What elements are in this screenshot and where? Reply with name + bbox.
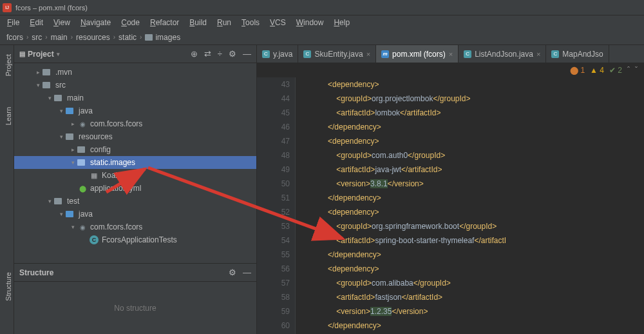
tree-node[interactable]: ▸.mvn — [14, 66, 256, 79]
close-icon[interactable]: × — [449, 50, 453, 58]
chevron-up-icon[interactable]: ˆ — [627, 66, 630, 75]
tree-node[interactable]: ▸config — [14, 143, 256, 156]
editor-status-bar: ⬤ 1 ▲ 4 ✔ 2 ˆ ˇ — [257, 63, 644, 77]
breadcrumb-item[interactable]: static — [118, 33, 137, 42]
window-title: fcors – pom.xml (fcors) — [15, 4, 88, 12]
tree-node[interactable]: ▦Koala.jpg — [14, 169, 256, 182]
code-content[interactable]: <dependency> <groupId>org.projectlombok<… — [296, 77, 644, 334]
menu-help[interactable]: Help — [329, 17, 354, 28]
tree-node[interactable]: ▾src — [14, 79, 256, 92]
warning-indicator[interactable]: ▲ 4 — [590, 66, 604, 75]
expand-all-icon[interactable]: ⇄ — [204, 49, 211, 59]
editor-tabs: Cy.javaCSkuEntity.java×mpom.xml (fcors)×… — [257, 45, 644, 63]
menu-window[interactable]: Window — [292, 17, 328, 28]
breadcrumb-item[interactable]: src — [32, 33, 42, 42]
menu-file[interactable]: File — [3, 17, 24, 28]
side-tab-project[interactable]: Project — [0, 52, 14, 79]
editor-tab[interactable]: CListAndJson.java× — [459, 45, 546, 63]
menu-code[interactable]: Code — [117, 17, 144, 28]
breadcrumb-item[interactable]: main — [51, 33, 68, 42]
project-panel-header: ▤Project▾ ⊕ ⇄ ÷ ⚙ — — [14, 45, 256, 63]
tree-node[interactable]: CFcorsApplicationTests — [14, 233, 256, 246]
hide-icon[interactable]: — — [243, 268, 251, 277]
editor-tab[interactable]: Cy.java — [257, 45, 298, 63]
scroll-to-icon[interactable]: ⊕ — [191, 49, 198, 59]
tree-node[interactable]: ▾test — [14, 195, 256, 208]
structure-panel: Structure ⚙ — No structure — [14, 263, 256, 334]
tool-window-tabs: Project Learn Structure — [0, 45, 14, 334]
breadcrumb-item[interactable]: fcors — [6, 33, 23, 42]
tree-node[interactable]: ▾resources — [14, 130, 256, 143]
menubar: FileEditViewNavigateCodeRefactorBuildRun… — [0, 15, 644, 30]
breadcrumb-item[interactable]: images — [145, 33, 180, 42]
tree-node[interactable]: ▸◉com.fcors.fcors — [14, 117, 256, 130]
collapse-icon[interactable]: ÷ — [218, 49, 222, 59]
code-editor[interactable]: ↻4344454647484950515253↻5455565758596061… — [257, 77, 644, 334]
project-tree[interactable]: ▸.mvn▾src▾main▾java▸◉com.fcors.fcors▾res… — [14, 63, 256, 263]
side-tab-structure[interactable]: Structure — [0, 270, 14, 304]
menu-run[interactable]: Run — [213, 17, 236, 28]
breadcrumb-item[interactable]: resources — [76, 33, 110, 42]
side-tab-learn[interactable]: Learn — [0, 104, 14, 128]
structure-title[interactable]: Structure — [19, 268, 53, 277]
gear-icon[interactable]: ⚙ — [229, 268, 236, 277]
menu-edit[interactable]: Edit — [25, 17, 48, 28]
app-icon: IJ — [3, 3, 12, 12]
editor-tab[interactable]: mpom.xml (fcors)× — [376, 45, 459, 63]
gutter[interactable]: ↻4344454647484950515253↻5455565758596061 — [257, 77, 296, 334]
breadcrumb: fcors›src›main›resources›static›images — [0, 30, 644, 45]
hide-icon[interactable]: — — [243, 49, 251, 59]
menu-refactor[interactable]: Refactor — [146, 17, 184, 28]
tree-node[interactable]: ▾main — [14, 92, 256, 104]
editor-tab[interactable]: CSkuEntity.java× — [298, 45, 376, 63]
menu-vcs[interactable]: VCS — [265, 17, 290, 28]
close-icon[interactable]: × — [536, 50, 540, 58]
editor-tab[interactable]: CMapAndJso — [546, 45, 609, 63]
chevron-down-icon[interactable]: ˇ — [635, 66, 638, 75]
project-panel-title[interactable]: ▤Project▾ — [19, 50, 60, 59]
close-icon[interactable]: × — [366, 50, 370, 58]
tree-node[interactable]: ▾java — [14, 208, 256, 221]
structure-empty-label: No structure — [14, 282, 256, 334]
tree-node[interactable]: ▾◉com.fcors.fcors — [14, 221, 256, 233]
titlebar: IJ fcors – pom.xml (fcors) — [0, 0, 644, 15]
menu-navigate[interactable]: Navigate — [76, 17, 115, 28]
tree-node[interactable]: ⬤application.yml — [14, 182, 256, 195]
weak-warning-indicator[interactable]: ✔ 2 — [609, 66, 622, 75]
menu-build[interactable]: Build — [185, 17, 211, 28]
tree-node[interactable]: ▾java — [14, 104, 256, 117]
tree-node[interactable]: ▾static.images — [14, 156, 256, 169]
editor-area: Cy.javaCSkuEntity.java×mpom.xml (fcors)×… — [257, 45, 644, 334]
error-indicator[interactable]: ⬤ 1 — [570, 66, 585, 75]
gear-icon[interactable]: ⚙ — [229, 49, 236, 59]
project-panel: ▤Project▾ ⊕ ⇄ ÷ ⚙ — ▸.mvn▾src▾main▾java▸… — [14, 45, 257, 334]
menu-view[interactable]: View — [49, 17, 75, 28]
menu-tools[interactable]: Tools — [237, 17, 264, 28]
